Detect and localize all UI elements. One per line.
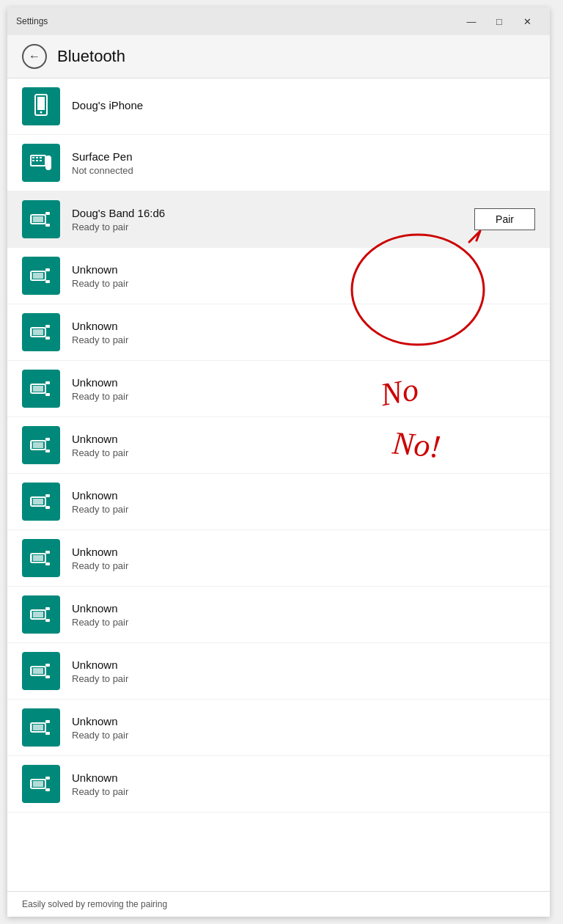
device-item-unknown-2[interactable]: Unknown Ready to pair: [7, 304, 550, 361]
phone-icon: [28, 93, 54, 120]
device-item-dougs-band[interactable]: Doug's Band 16:d6 Ready to pair Pair: [7, 191, 550, 248]
device-status: Ready to pair: [72, 391, 535, 402]
device-icon-unknown-4: [22, 426, 60, 464]
device-icon-band: [22, 200, 60, 238]
back-icon: ←: [29, 50, 40, 63]
svg-rect-23: [45, 325, 50, 328]
svg-rect-38: [45, 494, 50, 497]
band-icon: [28, 263, 54, 289]
svg-rect-49: [45, 619, 50, 622]
svg-rect-28: [45, 381, 50, 384]
svg-rect-34: [45, 450, 50, 452]
device-status: Ready to pair: [72, 617, 535, 628]
band-icon: [28, 432, 54, 458]
device-info: Unknown Ready to pair: [72, 771, 535, 797]
pair-button[interactable]: Pair: [474, 208, 535, 230]
page-title: Bluetooth: [57, 47, 125, 66]
device-status: Ready to pair: [72, 334, 535, 345]
svg-rect-37: [33, 499, 43, 505]
device-info: Unknown Ready to pair: [72, 489, 535, 515]
svg-rect-5: [36, 157, 38, 158]
device-item-unknown-8[interactable]: Unknown Ready to pair: [7, 643, 550, 700]
svg-rect-63: [45, 777, 50, 780]
svg-rect-22: [33, 329, 43, 335]
band-icon: [28, 601, 54, 628]
settings-window: Settings — □ ✕ ← Bluetooth Doug's iPhone: [7, 7, 550, 917]
svg-rect-55: [30, 668, 32, 674]
bottom-bar: Easily solved by removing the pairing: [7, 891, 550, 917]
device-name: Unknown: [72, 376, 535, 389]
device-item-unknown-4[interactable]: Unknown Ready to pair: [7, 417, 550, 474]
device-item-unknown-10[interactable]: Unknown Ready to pair: [7, 756, 550, 813]
device-icon-unknown-1: [22, 257, 60, 295]
svg-rect-30: [30, 386, 32, 392]
maximize-button[interactable]: □: [485, 10, 513, 32]
device-info: Unknown Ready to pair: [72, 546, 535, 571]
device-name: Unknown: [72, 320, 535, 332]
device-item-unknown-7[interactable]: Unknown Ready to pair: [7, 587, 550, 643]
svg-rect-45: [30, 555, 32, 561]
svg-rect-6: [40, 157, 42, 158]
band-icon: [28, 771, 54, 797]
svg-rect-57: [33, 725, 43, 730]
svg-rect-24: [45, 337, 50, 340]
device-item-surface-pen[interactable]: Surface Pen Not connected: [7, 135, 550, 191]
device-item-dougs-iphone[interactable]: Doug's iPhone: [7, 78, 550, 135]
page-header: ← Bluetooth: [7, 35, 550, 78]
title-bar: Settings — □ ✕: [7, 7, 550, 35]
device-icon-unknown-9: [22, 708, 60, 747]
device-item-unknown-5[interactable]: Unknown Ready to pair: [7, 474, 550, 530]
device-icon-pen: [22, 144, 60, 182]
svg-rect-9: [40, 160, 42, 161]
svg-rect-35: [30, 442, 32, 448]
device-name: Unknown: [72, 659, 535, 671]
svg-rect-13: [45, 212, 50, 215]
keyboard-icon: [28, 150, 54, 176]
device-status: Ready to pair: [72, 560, 535, 571]
device-icon-unknown-6: [22, 539, 60, 577]
svg-rect-40: [30, 499, 32, 505]
device-name: Unknown: [72, 546, 535, 558]
device-info: Unknown Ready to pair: [72, 602, 535, 628]
svg-point-2: [40, 111, 43, 114]
band-icon: [28, 545, 54, 571]
device-status: Ready to pair: [72, 447, 535, 458]
svg-rect-52: [33, 668, 43, 674]
svg-rect-8: [36, 160, 38, 161]
device-status: Ready to pair: [72, 730, 535, 741]
close-button[interactable]: ✕: [513, 10, 541, 32]
device-list: Doug's iPhone Surface Pen: [7, 78, 550, 891]
device-item-unknown-3[interactable]: Unknown Ready to pair: [7, 361, 550, 417]
svg-rect-60: [30, 725, 32, 730]
minimize-button[interactable]: —: [457, 10, 485, 32]
back-button[interactable]: ←: [22, 44, 47, 69]
svg-rect-33: [45, 438, 50, 441]
svg-rect-17: [33, 273, 43, 279]
svg-rect-4: [32, 157, 34, 158]
device-item-unknown-1[interactable]: Unknown Ready to pair: [7, 248, 550, 304]
device-status: Ready to pair: [72, 786, 535, 797]
device-status: Ready to pair: [72, 673, 535, 684]
device-status: Ready to pair: [72, 278, 535, 289]
svg-rect-59: [45, 732, 50, 735]
svg-rect-48: [45, 607, 50, 610]
device-status: Ready to pair: [72, 504, 535, 515]
device-name: Unknown: [72, 263, 535, 276]
svg-rect-32: [33, 442, 43, 448]
svg-rect-14: [45, 224, 50, 227]
svg-rect-50: [30, 612, 32, 617]
device-icon-unknown-5: [22, 483, 60, 521]
svg-rect-27: [33, 386, 43, 392]
device-icon-unknown-10: [22, 765, 60, 803]
svg-rect-64: [45, 788, 50, 791]
svg-rect-10: [45, 155, 51, 170]
device-info: Unknown Ready to pair: [72, 659, 535, 684]
svg-rect-29: [45, 393, 50, 396]
svg-rect-42: [33, 555, 43, 561]
device-info: Doug's Band 16:d6 Ready to pair: [72, 207, 463, 232]
device-item-unknown-9[interactable]: Unknown Ready to pair: [7, 700, 550, 756]
svg-rect-25: [30, 329, 32, 335]
bottom-text: Easily solved by removing the pairing: [22, 899, 167, 909]
device-item-unknown-6[interactable]: Unknown Ready to pair: [7, 530, 550, 587]
device-status: Ready to pair: [72, 221, 463, 232]
